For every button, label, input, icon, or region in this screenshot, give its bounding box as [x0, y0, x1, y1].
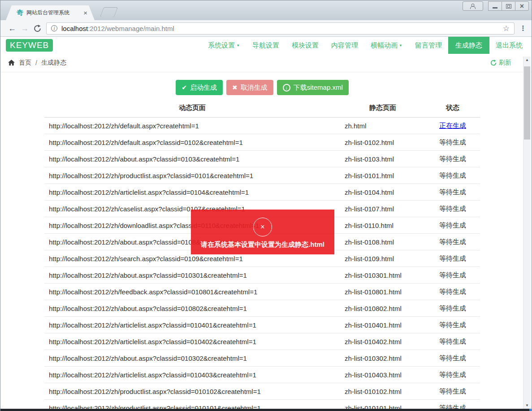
status-cell: 等待生成: [425, 134, 480, 151]
dynamic-page-url: http://localhost:2012/zh/about.aspx?clas…: [44, 300, 340, 317]
scrollbar-thumb[interactable]: [524, 66, 530, 140]
download-icon: ↓: [283, 84, 290, 92]
status-generating-link[interactable]: 正在生成: [439, 122, 466, 129]
maximize-button[interactable]: [502, 1, 515, 11]
tab-close-icon[interactable]: ×: [83, 9, 87, 16]
minimize-button[interactable]: [488, 1, 502, 11]
nav-item[interactable]: 导航设置: [246, 37, 285, 54]
dynamic-page-url: http://localhost:2012/zh/about.aspx?clas…: [44, 350, 340, 367]
status-cell: 等待生成: [425, 151, 480, 167]
dynamic-page-url: http://localhost:2012/zh/about.aspx?clas…: [44, 267, 340, 284]
navbar-menu: 系统设置▼导航设置模块设置内容管理横幅动画▼留言管理生成静态退出系统: [202, 37, 532, 54]
table-row: http://localhost:2012/zh/about.aspx?clas…: [44, 350, 480, 367]
status-cell: 正在生成: [425, 118, 480, 134]
minimize-icon: [493, 7, 497, 9]
nav-item[interactable]: 退出系统: [489, 37, 529, 54]
back-button[interactable]: ←: [6, 24, 18, 32]
download-sitemap-label: 下载sitemap.xml: [294, 83, 343, 92]
dynamic-page-url: http://localhost:2012/zh/default.aspx?cl…: [44, 134, 340, 151]
table-row: http://localhost:2012/zh/about.aspx?clas…: [44, 267, 480, 284]
table-row: http://localhost:2012/zh/productlist.asp…: [44, 383, 480, 400]
start-generate-button[interactable]: ✔ 启动生成: [176, 80, 223, 95]
refresh-label: 刷新: [499, 59, 511, 67]
status-waiting-text: 等待生成: [439, 321, 466, 328]
person-icon: [471, 4, 476, 9]
static-page-file: zh-list-0108.html: [340, 234, 425, 250]
status-waiting-text: 等待生成: [439, 387, 466, 395]
table-header-row: 动态页面 静态页面 状态: [44, 101, 480, 118]
browser-titlebar: 奇 网站后台管理系统 × ×: [0, 0, 532, 20]
cancel-generate-button[interactable]: ✖ 取消生成: [226, 80, 273, 95]
url-bar[interactable]: i localhost:2012/webmanage/main.html ☆: [46, 22, 515, 35]
browser-tab[interactable]: 奇 网站后台管理系统 ×: [6, 5, 95, 20]
status-cell: 等待生成: [425, 267, 480, 284]
header-status: 状态: [425, 101, 480, 118]
new-tab-button[interactable]: [100, 7, 118, 17]
window-controls: ×: [463, 1, 529, 11]
home-icon: [8, 60, 15, 66]
nav-item[interactable]: 生成静态: [448, 37, 489, 54]
nav-item-label: 导航设置: [252, 41, 279, 50]
table-row: http://localhost:2012/zh/articlelist.asp…: [44, 317, 480, 333]
scroll-down-button[interactable]: ▼: [523, 402, 531, 409]
status-cell: 等待生成: [425, 234, 480, 250]
browser-window: 奇 网站后台管理系统 × × ← →: [0, 0, 532, 411]
nav-item[interactable]: 横幅动画▼: [364, 37, 409, 54]
status-waiting-text: 等待生成: [439, 205, 466, 212]
status-waiting-text: 等待生成: [439, 271, 466, 279]
table-row: http://localhost:2012/zh/about.aspx?clas…: [44, 300, 480, 317]
status-cell: 等待生成: [425, 300, 480, 317]
dynamic-page-url: http://localhost:2012/zh/feedback.aspx?c…: [44, 284, 340, 300]
forward-button[interactable]: →: [18, 24, 31, 32]
page-scrollbar[interactable]: ▲ ▼: [523, 57, 531, 409]
close-icon: ×: [520, 3, 524, 10]
breadcrumb-home[interactable]: 首页: [19, 59, 31, 67]
static-page-file: zh.html: [340, 118, 425, 134]
table-row: http://localhost:2012/zh/articlelist.asp…: [44, 184, 480, 201]
browser-toolbar: ← → i localhost:2012/webmanage/main.html…: [0, 20, 532, 37]
tab-title: 网站后台管理系统: [26, 9, 81, 17]
static-page-file: zh-list-010301.html: [340, 267, 425, 284]
table-row: http://localhost:2012/zh/articlelist.asp…: [44, 367, 480, 383]
static-page-file: zh-list-0104.html: [340, 184, 425, 201]
status-waiting-text: 等待生成: [439, 371, 466, 378]
browser-menu-icon[interactable]: ⋮: [519, 24, 527, 32]
scroll-up-button[interactable]: ▲: [523, 57, 531, 63]
table-row: http://localhost:2012/zh/about.aspx?clas…: [44, 151, 480, 167]
dynamic-page-url: http://localhost:2012/zh/articlelist.asp…: [44, 317, 340, 333]
status-waiting-text: 等待生成: [439, 354, 466, 362]
static-page-file: zh-list-0102.html: [340, 134, 425, 151]
page-info-icon[interactable]: i: [51, 25, 57, 31]
toast-close-button[interactable]: ×: [253, 218, 272, 236]
nav-item[interactable]: 内容管理: [325, 37, 364, 54]
action-buttons: ✔ 启动生成 ✖ 取消生成 ↓ 下载sitemap.xml: [44, 80, 480, 95]
profile-button[interactable]: [463, 1, 483, 11]
download-sitemap-button[interactable]: ↓ 下载sitemap.xml: [277, 80, 349, 95]
refresh-link[interactable]: 刷新: [490, 59, 511, 67]
status-waiting-text: 等待生成: [439, 171, 466, 179]
close-button[interactable]: ×: [515, 1, 529, 11]
nav-item[interactable]: 系统设置▼: [202, 37, 246, 54]
reload-button[interactable]: [31, 25, 43, 32]
static-page-file: zh-list-010302.html: [340, 350, 425, 367]
status-waiting-text: 等待生成: [439, 254, 466, 262]
nav-item[interactable]: 留言管理: [409, 37, 448, 54]
nav-item[interactable]: 模块设置: [285, 37, 325, 54]
dynamic-page-url: http://localhost:2012/zh/articlelist.asp…: [44, 184, 340, 201]
nav-item-label: 生成静态: [455, 41, 482, 50]
bookmark-star-icon[interactable]: ☆: [503, 24, 510, 33]
page-viewport: KEYWEB 系统设置▼导航设置模块设置内容管理横幅动画▼留言管理生成静态退出系…: [0, 37, 532, 409]
refresh-icon: [490, 60, 497, 66]
start-generate-label: 启动生成: [190, 83, 217, 92]
status-cell: 等待生成: [425, 333, 480, 350]
nav-item-label: 系统设置: [208, 41, 235, 50]
generate-pages-table: 动态页面 静态页面 状态 http://localhost:2012/zh/de…: [44, 101, 480, 409]
table-row: http://localhost:2012/zh/default.aspx?cl…: [44, 134, 480, 151]
header-dynamic-page: 动态页面: [44, 101, 340, 118]
status-waiting-text: 等待生成: [439, 238, 466, 245]
nav-item-label: 模块设置: [292, 41, 319, 50]
static-page-file: zh-list-010101.html: [340, 400, 425, 409]
table-row: http://localhost:2012/zh/default.aspx?cr…: [44, 118, 480, 134]
site-favicon-icon: 奇: [17, 9, 23, 17]
reload-icon: [34, 25, 41, 32]
